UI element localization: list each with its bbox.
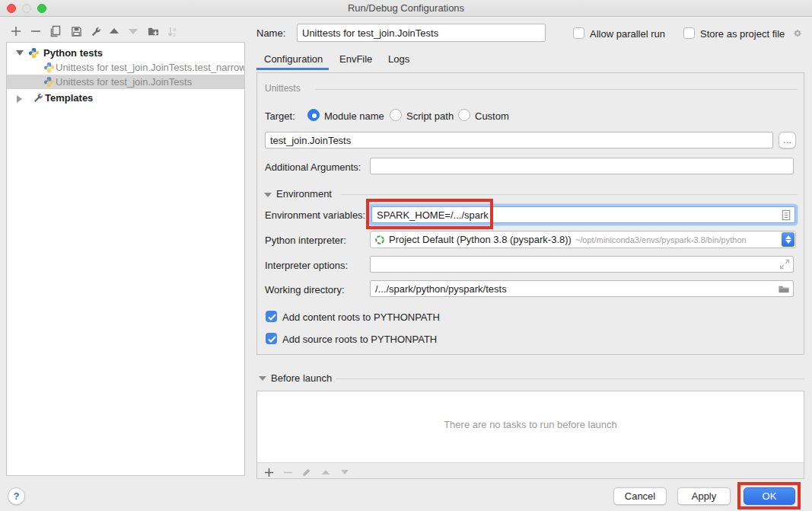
python-interpreter-label: Python interpreter: xyxy=(265,235,346,246)
edit-templates-button[interactable] xyxy=(89,24,103,38)
expand-icon[interactable] xyxy=(17,95,22,103)
collapse-before-launch-icon[interactable] xyxy=(259,376,266,381)
interpreter-options-input[interactable] xyxy=(370,256,794,273)
collapse-icon[interactable] xyxy=(16,50,24,56)
tree-item-unittest-jointests[interactable]: Unittests for test_join.JoinTests xyxy=(7,75,244,89)
name-label: Name: xyxy=(256,27,285,39)
browse-module-button[interactable]: ... xyxy=(779,132,796,149)
remove-task-button xyxy=(281,465,295,479)
move-down-button xyxy=(126,24,140,38)
name-input[interactable] xyxy=(297,24,546,42)
python-icon xyxy=(28,47,40,59)
python-icon xyxy=(43,62,55,73)
before-launch-task-list: There are no tasks to run before launch xyxy=(256,391,804,462)
tree-item-label: Python tests xyxy=(43,46,103,60)
tree-item-templates[interactable]: Templates xyxy=(7,91,244,105)
add-content-roots-checkbox[interactable] xyxy=(266,311,277,322)
add-source-roots-label: Add source roots to PYTHONPATH xyxy=(282,334,437,345)
conda-environment-icon xyxy=(374,235,385,245)
edit-task-button xyxy=(300,465,314,479)
tree-item-unittest-narrow[interactable]: Unittests for test_join.JoinTests.test_n… xyxy=(7,60,244,75)
target-custom-radio[interactable] xyxy=(458,109,470,121)
configuration-panel: Unittests Target: Module name Script pat… xyxy=(256,72,804,355)
python-interpreter-path: ~/opt/miniconda3/envs/pyspark-3.8/bin/py… xyxy=(575,235,747,244)
store-as-project-file-label: Store as project file xyxy=(700,28,785,40)
target-label: Target: xyxy=(265,110,295,122)
working-directory-input[interactable] xyxy=(370,280,794,297)
copy-configuration-button[interactable] xyxy=(49,24,62,38)
configurations-toolbar xyxy=(0,21,251,41)
tab-configuration[interactable]: Configuration xyxy=(264,53,323,65)
unittests-group-label: Unittests xyxy=(265,83,301,94)
browse-folder-icon[interactable] xyxy=(778,283,790,295)
before-launch-label: Before launch xyxy=(271,372,332,384)
target-module-name-label: Module name xyxy=(324,110,384,122)
wrench-icon xyxy=(33,92,44,104)
python-interpreter-select[interactable]: Project Default (Python 3.8 (pyspark-3.8… xyxy=(370,231,796,248)
environment-variables-input[interactable] xyxy=(371,206,795,223)
move-task-down-button xyxy=(338,465,352,479)
add-source-roots-checkbox[interactable] xyxy=(266,333,277,344)
gear-icon[interactable] xyxy=(791,27,804,40)
target-module-name-radio[interactable] xyxy=(307,109,320,121)
add-configuration-button[interactable] xyxy=(9,24,23,38)
save-configuration-button[interactable] xyxy=(69,24,83,38)
add-task-button[interactable] xyxy=(262,465,275,479)
store-as-project-file-checkbox[interactable] xyxy=(683,27,695,39)
before-launch-separator-line xyxy=(336,378,804,379)
cancel-button[interactable]: Cancel xyxy=(613,487,667,505)
new-folder-button[interactable] xyxy=(146,24,160,38)
ok-button[interactable]: OK xyxy=(744,487,795,505)
before-launch-empty-text: There are no tasks to run before launch xyxy=(257,419,804,430)
edit-variables-icon[interactable] xyxy=(781,209,791,221)
python-icon xyxy=(43,76,55,88)
working-directory-label: Working directory: xyxy=(265,284,345,295)
title-bar: Run/Debug Configurations xyxy=(0,0,812,17)
target-script-path-radio[interactable] xyxy=(390,109,402,121)
apply-button[interactable]: Apply xyxy=(677,487,731,505)
target-custom-label: Custom xyxy=(475,110,509,122)
help-button[interactable]: ? xyxy=(8,487,25,505)
tab-logs[interactable]: Logs xyxy=(388,53,409,65)
group-separator-line xyxy=(315,89,798,90)
environment-section-label: Environment xyxy=(276,188,332,200)
collapse-environment-icon[interactable] xyxy=(264,193,272,197)
tree-item-label: Unittests for test_join.JoinTests xyxy=(56,75,192,89)
tree-item-label: Unittests for test_join.JoinTests.test_n… xyxy=(56,60,244,75)
move-up-button[interactable] xyxy=(107,24,121,38)
allow-parallel-run-checkbox[interactable] xyxy=(573,27,584,39)
active-tab-indicator xyxy=(256,68,329,70)
add-content-roots-label: Add content roots to PYTHONPATH xyxy=(282,311,440,323)
sort-configurations-button xyxy=(166,24,180,38)
tab-envfile[interactable]: EnvFile xyxy=(339,53,372,65)
interpreter-options-label: Interpreter options: xyxy=(265,260,348,271)
window-title: Run/Debug Configurations xyxy=(0,2,812,14)
tree-item-label: Templates xyxy=(45,91,93,105)
move-task-up-button xyxy=(319,465,333,479)
remove-configuration-button[interactable] xyxy=(29,24,43,38)
expand-field-icon[interactable] xyxy=(779,259,790,270)
before-launch-toolbar xyxy=(256,462,804,479)
python-interpreter-value: Project Default (Python 3.8 (pyspark-3.8… xyxy=(389,234,572,245)
module-name-input[interactable] xyxy=(265,132,773,149)
additional-arguments-input[interactable] xyxy=(370,158,794,174)
tree-item-python-tests[interactable]: Python tests xyxy=(7,46,244,60)
additional-arguments-label: Additional Arguments: xyxy=(265,161,361,173)
environment-separator-line xyxy=(341,194,798,195)
configurations-tree: Python tests Unittests for test_join.Joi… xyxy=(6,42,245,476)
target-script-path-label: Script path xyxy=(406,110,454,122)
environment-variables-label: Environment variables: xyxy=(265,209,365,221)
allow-parallel-run-label: Allow parallel run xyxy=(590,28,665,40)
select-arrows-icon[interactable] xyxy=(782,232,794,247)
